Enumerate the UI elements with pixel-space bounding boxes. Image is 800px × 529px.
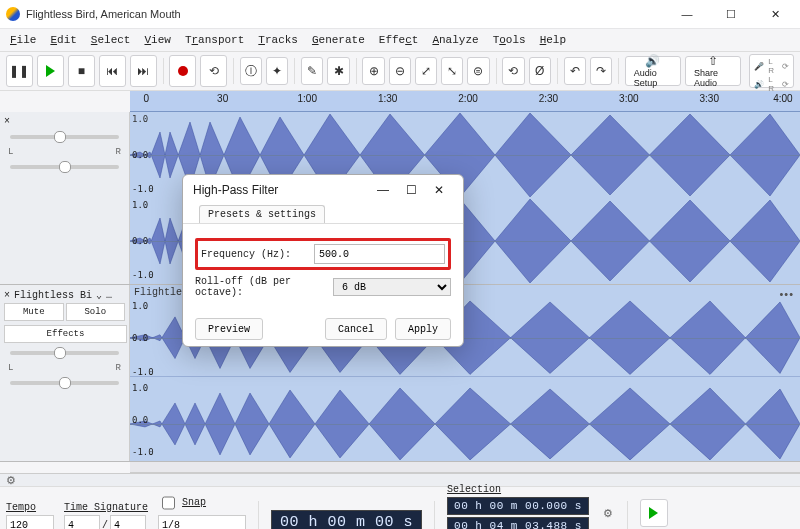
snap-group: Snap xyxy=(158,491,246,529)
menu-edit[interactable]: Edit xyxy=(44,32,82,48)
high-pass-filter-dialog: High-Pass Filter — ☐ ✕ Presets & setting… xyxy=(182,174,464,347)
menu-bar: File Edit Select View Transport Tracks G… xyxy=(0,29,800,51)
gear-icon[interactable]: ⚙ xyxy=(6,474,18,486)
menu-transport[interactable]: Transport xyxy=(179,32,250,48)
zoom-out-button[interactable]: ⊖ xyxy=(389,57,411,85)
menu-tracks[interactable]: Tracks xyxy=(252,32,304,48)
dialog-title: High-Pass Filter xyxy=(193,183,278,197)
play-at-speed-button[interactable] xyxy=(640,499,668,527)
settings-bar: ⚙ xyxy=(0,473,800,486)
mic-icon: 🎤 xyxy=(754,62,764,71)
gain-slider[interactable] xyxy=(10,135,119,139)
gain-slider-2[interactable] xyxy=(10,351,119,355)
presets-tab[interactable]: Presets & settings xyxy=(199,205,325,223)
frequency-input[interactable] xyxy=(314,244,445,264)
redo-button[interactable]: ↷ xyxy=(590,57,612,85)
play-icon xyxy=(649,507,658,519)
skip-end-button[interactable]: ⏭ xyxy=(130,55,157,87)
snap-value-input[interactable] xyxy=(158,515,246,529)
share-icon: ⇧ xyxy=(708,54,718,68)
main-toolbar: ❚❚ ■ ⏮ ⏭ ⟲ Ⓘ ✦ ✎ ✱ ⊕ ⊖ ⤢ ⤡ ⊜ ⟲ Ø ↶ ↷ 🔊Au… xyxy=(0,51,800,91)
share-audio-button[interactable]: ⇧Share Audio xyxy=(685,56,741,86)
selection-end[interactable]: 00 h 04 m 03.488 s xyxy=(447,517,589,529)
close-track-icon[interactable]: × xyxy=(4,116,10,127)
menu-analyze[interactable]: Analyze xyxy=(426,32,484,48)
dialog-maximize-button[interactable]: ☐ xyxy=(397,178,425,202)
window-title: Flightless Bird, American Mouth xyxy=(26,8,668,20)
close-button[interactable]: ✕ xyxy=(756,3,794,25)
apply-button[interactable]: Apply xyxy=(395,318,451,340)
bottom-toolbar: Tempo Time Signature / Snap 00 h 00 m 00… xyxy=(0,486,800,529)
tempo-group: Tempo xyxy=(6,502,54,529)
play-button[interactable] xyxy=(37,55,64,87)
menu-file[interactable]: File xyxy=(4,32,42,48)
close-track-icon[interactable]: × xyxy=(4,290,10,301)
cancel-button[interactable]: Cancel xyxy=(325,318,387,340)
fit-selection-button[interactable]: ⤢ xyxy=(415,57,437,85)
silence-button[interactable]: Ø xyxy=(529,57,551,85)
frequency-label: Frequency (Hz): xyxy=(201,249,306,260)
time-ruler[interactable]: 0 30 1:00 1:30 2:00 2:30 3:00 3:30 4:00 xyxy=(130,91,800,112)
speaker-icon: 🔊 xyxy=(645,54,660,68)
frequency-row-highlight: Frequency (Hz): xyxy=(195,238,451,270)
pause-button[interactable]: ❚❚ xyxy=(6,55,33,87)
rolloff-label: Roll-off (dB per octave): xyxy=(195,276,325,298)
dialog-close-button[interactable]: ✕ xyxy=(425,178,453,202)
mute-button[interactable]: Mute xyxy=(4,303,64,321)
tool-multi[interactable]: ✱ xyxy=(327,57,349,85)
snap-checkbox[interactable] xyxy=(162,494,175,512)
record-button[interactable] xyxy=(169,55,196,87)
selection-start[interactable]: 00 h 00 m 00.000 s xyxy=(447,497,589,515)
selection-gear-icon[interactable]: ⚙ xyxy=(603,507,615,519)
skip-start-button[interactable]: ⏮ xyxy=(99,55,126,87)
zoom-toggle-button[interactable]: ⊜ xyxy=(467,57,489,85)
level-meters[interactable]: 🎤LR⟳ 🔊LR⟳ xyxy=(749,54,794,88)
track-name: Flightless Bi xyxy=(14,290,92,301)
app-logo-icon xyxy=(6,7,20,21)
maximize-button[interactable]: ☐ xyxy=(712,3,750,25)
solo-button[interactable]: Solo xyxy=(66,303,126,321)
pan-slider[interactable] xyxy=(10,165,119,169)
pan-slider-2[interactable] xyxy=(10,381,119,385)
collapse-icon[interactable]: … xyxy=(106,290,112,301)
tsig-num-input[interactable] xyxy=(64,515,100,529)
timesig-group: Time Signature / xyxy=(64,502,148,529)
tsig-den-input[interactable] xyxy=(110,515,146,529)
horizontal-scrollbar[interactable] xyxy=(130,462,800,473)
menu-tools[interactable]: Tools xyxy=(487,32,532,48)
menu-generate[interactable]: Generate xyxy=(306,32,371,48)
fit-project-button[interactable]: ⤡ xyxy=(441,57,463,85)
loop-button[interactable]: ⟲ xyxy=(200,55,227,87)
rolloff-select[interactable]: 6 dB xyxy=(333,278,451,296)
menu-effect[interactable]: Effect xyxy=(373,32,425,48)
trim-button[interactable]: ⟲ xyxy=(502,57,524,85)
zoom-in-button[interactable]: ⊕ xyxy=(362,57,384,85)
dialog-minimize-button[interactable]: — xyxy=(369,178,397,202)
tool-envelope[interactable]: ✦ xyxy=(266,57,288,85)
chevron-down-icon[interactable]: ⌄ xyxy=(96,289,102,301)
track-2-panel[interactable]: ×Flightless Bi⌄… MuteSolo Effects LR xyxy=(0,285,130,461)
menu-help[interactable]: Help xyxy=(534,32,572,48)
main-time-display[interactable]: 00 h 00 m 00 s xyxy=(271,510,422,529)
record-icon xyxy=(178,66,188,76)
speaker-meter-icon: 🔊 xyxy=(754,80,764,89)
tool-selection[interactable]: Ⓘ xyxy=(240,57,262,85)
undo-button[interactable]: ↶ xyxy=(564,57,586,85)
tool-draw[interactable]: ✎ xyxy=(301,57,323,85)
audio-setup-button[interactable]: 🔊Audio Setup xyxy=(625,56,681,86)
minimize-button[interactable]: — xyxy=(668,3,706,25)
preview-button[interactable]: Preview xyxy=(195,318,263,340)
effects-button[interactable]: Effects xyxy=(4,325,127,343)
tempo-input[interactable] xyxy=(6,515,54,529)
play-icon xyxy=(46,65,55,77)
menu-view[interactable]: View xyxy=(138,32,176,48)
stop-button[interactable]: ■ xyxy=(68,55,95,87)
window-titlebar: Flightless Bird, American Mouth — ☐ ✕ xyxy=(0,0,800,29)
menu-select[interactable]: Select xyxy=(85,32,137,48)
track-1-panel[interactable]: × LR xyxy=(0,112,130,284)
